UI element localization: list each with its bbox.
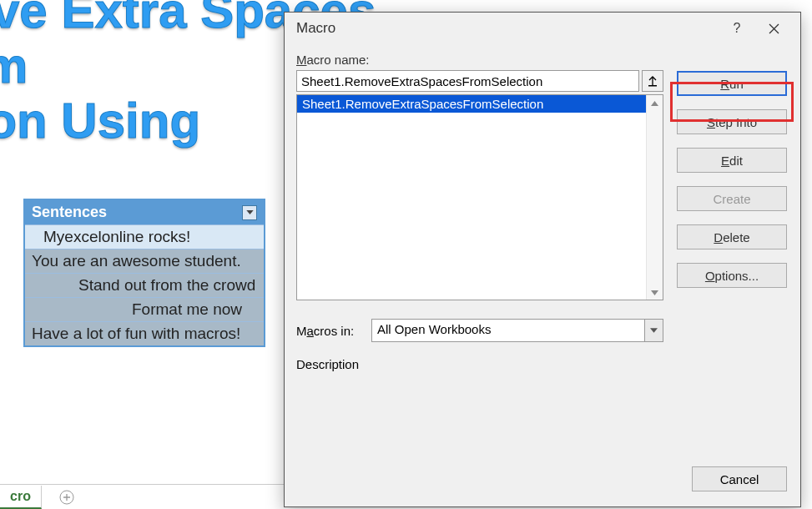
svg-rect-1: [648, 85, 657, 87]
table-row[interactable]: Myexcelonline rocks!: [25, 224, 264, 249]
help-button[interactable]: ?: [719, 17, 755, 40]
cancel-button[interactable]: Cancel: [692, 466, 787, 491]
spreadsheet-table: Sentences Myexcelonline rocks! You are a…: [23, 199, 265, 347]
scroll-down-icon[interactable]: [651, 285, 658, 300]
combo-arrow-icon[interactable]: [644, 320, 663, 341]
run-button[interactable]: Run: [677, 71, 787, 96]
delete-button[interactable]: Delete: [677, 224, 787, 249]
create-button: Create: [677, 186, 787, 211]
sheet-tabs: cro: [0, 484, 284, 509]
active-sheet-tab[interactable]: cro: [0, 486, 42, 509]
macros-in-label: Macros in:: [296, 324, 361, 338]
scroll-up-icon[interactable]: [651, 95, 658, 110]
dialog-titlebar[interactable]: Macro ?: [285, 13, 800, 44]
options-button[interactable]: Options...: [677, 263, 787, 288]
macro-name-input[interactable]: [296, 70, 639, 92]
close-button[interactable]: [755, 17, 792, 40]
table-header[interactable]: Sentences: [25, 200, 264, 224]
macro-list[interactable]: Sheet1.RemoveExtraSpacesFromSelection: [296, 94, 663, 300]
macro-list-item[interactable]: Sheet1.RemoveExtraSpacesFromSelection: [297, 95, 646, 113]
macros-in-value: All Open Workbooks: [372, 320, 644, 341]
step-into-button[interactable]: Step Into: [677, 109, 787, 134]
table-row[interactable]: Stand out from the crowd: [25, 273, 264, 297]
table-row[interactable]: Format me now: [25, 297, 264, 321]
table-row[interactable]: Have a lot of fun with macros!: [25, 321, 264, 345]
table-header-label: Sentences: [32, 204, 107, 221]
macros-in-combo[interactable]: All Open Workbooks: [371, 319, 663, 342]
list-scrollbar[interactable]: [646, 95, 663, 300]
macro-dialog: Macro ? Macro name: Sheet1.RemoveExtraSp…: [284, 12, 801, 507]
reference-button[interactable]: [642, 70, 663, 92]
add-sheet-button[interactable]: [55, 486, 78, 509]
dialog-title: Macro: [296, 20, 719, 37]
macro-name-label: Macro name:: [296, 53, 663, 67]
description-label: Description: [296, 357, 663, 371]
edit-button[interactable]: Edit: [677, 148, 787, 173]
filter-dropdown-icon[interactable]: [242, 205, 257, 220]
table-row[interactable]: You are an awesome student.: [25, 249, 264, 273]
